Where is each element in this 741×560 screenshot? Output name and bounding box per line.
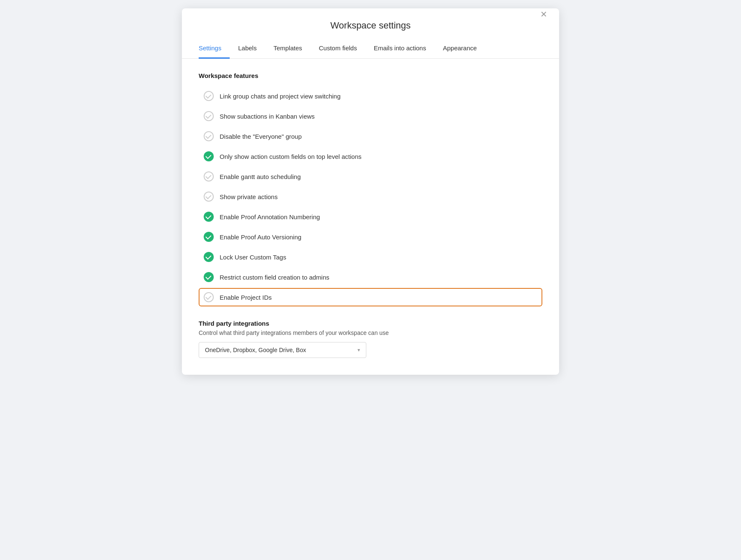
settings-content: Workspace features Link group chats and …: [182, 59, 559, 375]
check-enabled-icon: [204, 232, 214, 242]
feature-label-link-group-chats: Link group chats and project view switch…: [220, 93, 341, 100]
check-enabled-icon: [204, 252, 214, 262]
third-party-dropdown[interactable]: OneDrive, Dropbox, Google Drive, Box ▾: [199, 342, 366, 358]
feature-item-disable-everyone[interactable]: Disable the "Everyone" group: [199, 127, 542, 145]
feature-item-enable-proof-annotation[interactable]: Enable Proof Annotation Numbering: [199, 207, 542, 226]
tab-emails-into-actions[interactable]: Emails into actions: [365, 39, 435, 59]
feature-item-enable-gantt[interactable]: Enable gantt auto scheduling: [199, 167, 542, 186]
check-disabled-icon: [204, 192, 214, 202]
feature-label-enable-project-ids: Enable Project IDs: [220, 294, 272, 301]
feature-label-only-show-custom-fields: Only show action custom fields on top le…: [220, 153, 362, 160]
tab-bar: SettingsLabelsTemplatesCustom fieldsEmai…: [182, 39, 559, 59]
tab-custom-fields[interactable]: Custom fields: [311, 39, 365, 59]
third-party-description: Control what third party integrations me…: [199, 329, 542, 336]
tab-labels[interactable]: Labels: [230, 39, 265, 59]
check-enabled-icon: [204, 212, 214, 222]
check-disabled-icon: [204, 292, 214, 302]
feature-label-show-subactions: Show subactions in Kanban views: [220, 113, 315, 120]
tab-templates[interactable]: Templates: [265, 39, 310, 59]
feature-label-show-private-actions: Show private actions: [220, 193, 277, 200]
feature-label-restrict-custom-field: Restrict custom field creation to admins: [220, 274, 329, 281]
feature-item-show-private-actions[interactable]: Show private actions: [199, 187, 542, 206]
feature-label-enable-gantt: Enable gantt auto scheduling: [220, 173, 301, 180]
feature-label-enable-proof-annotation: Enable Proof Annotation Numbering: [220, 213, 320, 220]
third-party-title: Third party integrations: [199, 320, 542, 327]
feature-label-disable-everyone: Disable the "Everyone" group: [220, 133, 302, 140]
check-enabled-icon: [204, 151, 214, 161]
feature-item-enable-project-ids[interactable]: Enable Project IDs: [199, 288, 542, 306]
modal-title: Workspace settings: [330, 20, 411, 31]
close-button[interactable]: ✕: [539, 8, 549, 20]
check-disabled-icon: [204, 131, 214, 141]
chevron-down-icon: ▾: [358, 347, 360, 353]
check-disabled-icon: [204, 91, 214, 101]
modal-header: Workspace settings ✕: [182, 8, 559, 31]
feature-item-restrict-custom-field[interactable]: Restrict custom field creation to admins: [199, 268, 542, 286]
workspace-features-title: Workspace features: [199, 72, 542, 79]
feature-label-enable-proof-versioning: Enable Proof Auto Versioning: [220, 233, 301, 241]
feature-item-link-group-chats[interactable]: Link group chats and project view switch…: [199, 87, 542, 105]
third-party-section: Third party integrations Control what th…: [199, 320, 542, 358]
check-disabled-icon: [204, 111, 214, 121]
tab-appearance[interactable]: Appearance: [435, 39, 485, 59]
feature-item-enable-proof-versioning[interactable]: Enable Proof Auto Versioning: [199, 228, 542, 246]
feature-item-show-subactions[interactable]: Show subactions in Kanban views: [199, 107, 542, 125]
check-disabled-icon: [204, 171, 214, 181]
workspace-settings-modal: Workspace settings ✕ SettingsLabelsTempl…: [182, 8, 559, 375]
feature-label-lock-user-custom-tags: Lock User Custom Tags: [220, 254, 286, 261]
feature-list: Link group chats and project view switch…: [199, 87, 542, 306]
dropdown-value: OneDrive, Dropbox, Google Drive, Box: [205, 347, 306, 353]
feature-item-only-show-custom-fields[interactable]: Only show action custom fields on top le…: [199, 147, 542, 166]
tab-settings[interactable]: Settings: [199, 39, 230, 59]
feature-item-lock-user-custom-tags[interactable]: Lock User Custom Tags: [199, 248, 542, 266]
check-enabled-icon: [204, 272, 214, 282]
